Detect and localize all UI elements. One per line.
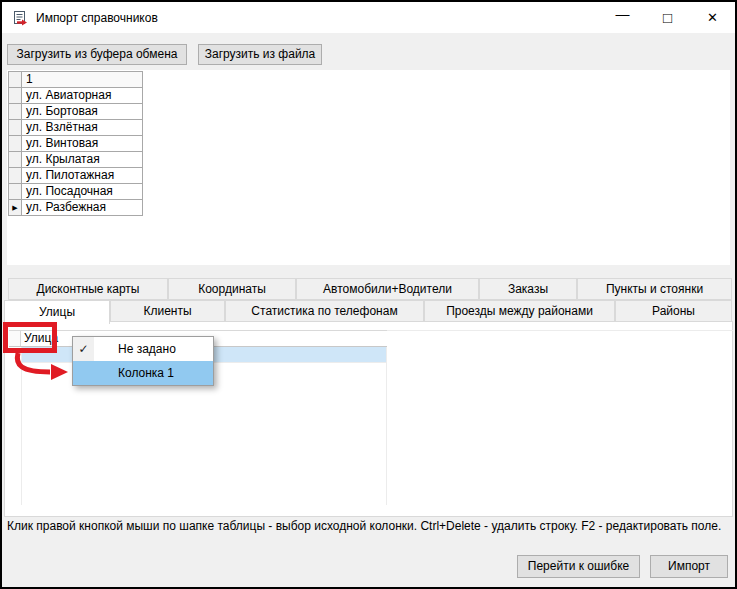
tab-cars-drivers[interactable]: Автомобили+Водители <box>296 278 479 300</box>
row-selector[interactable] <box>9 136 22 152</box>
import-button[interactable]: Импорт <box>650 555 728 578</box>
tab-phone-statistics[interactable]: Статистика по телефонам <box>225 300 424 322</box>
row-selector[interactable] <box>9 152 22 168</box>
tab-district-transits[interactable]: Проезды между районами <box>424 300 615 322</box>
mapping-grid-corner[interactable] <box>9 331 21 346</box>
street-cell[interactable]: ул. Авиаторная <box>22 88 143 104</box>
goto-error-button[interactable]: Перейти к ошибке <box>517 555 640 578</box>
row-selector[interactable] <box>9 88 22 104</box>
hint-text: Клик правой кнопкой мыши по шапке таблиц… <box>7 519 733 533</box>
tab-points-parking[interactable]: Пункты и стоянки <box>577 278 732 300</box>
street-cell[interactable]: ул. Взлётная <box>22 120 143 136</box>
menu-gutter: ✓ <box>73 337 94 361</box>
column-context-menu: ✓ Не задано Колонка 1 <box>72 336 214 386</box>
grid-column-separator <box>386 347 387 505</box>
close-button[interactable]: ✕ <box>690 2 735 33</box>
row-selector[interactable] <box>9 120 22 136</box>
tab-clients[interactable]: Клиенты <box>110 300 225 322</box>
row-selector[interactable] <box>9 104 22 120</box>
tab-orders[interactable]: Заказы <box>479 278 577 300</box>
grid-top-line <box>387 330 733 331</box>
street-cell[interactable]: ул. Бортовая <box>22 104 143 120</box>
tab-streets[interactable]: Улицы <box>4 300 110 324</box>
street-cell[interactable]: ул. Винтовая <box>22 136 143 152</box>
table-row: ул. Взлётная <box>9 120 143 136</box>
maximize-button[interactable]: □ <box>645 2 690 33</box>
row-selector-current[interactable]: ▶ <box>9 200 22 216</box>
app-icon <box>12 10 28 26</box>
title-bar[interactable]: Импорт справочников — □ ✕ <box>2 2 735 33</box>
menu-item-not-set[interactable]: ✓ Не задано <box>73 337 213 361</box>
source-table-header-row: 1 <box>9 72 143 88</box>
table-row: ул. Авиаторная <box>9 88 143 104</box>
load-from-file-button[interactable]: Загрузить из файла <box>198 44 322 65</box>
source-column-header[interactable]: 1 <box>22 72 143 88</box>
row-selector[interactable] <box>9 168 22 184</box>
table-row: ул. Пилотажная <box>9 168 143 184</box>
row-marker-icon: ▶ <box>12 204 17 212</box>
corner-cell[interactable] <box>9 72 22 88</box>
table-row: ул. Винтовая <box>9 136 143 152</box>
source-data-panel: 1 ул. Авиаторная ул. Бортовая ул. Взлётн… <box>7 70 730 265</box>
check-icon: ✓ <box>78 342 88 356</box>
table-row: ▶ ул. Разбежная <box>9 200 143 216</box>
menu-gutter <box>73 361 94 385</box>
street-cell[interactable]: ул. Пилотажная <box>22 168 143 184</box>
tab-discount-cards[interactable]: Дисконтные карты <box>8 278 168 300</box>
table-row: ул. Бортовая <box>9 104 143 120</box>
street-cell[interactable]: ул. Крылатая <box>22 152 143 168</box>
tab-districts[interactable]: Районы <box>615 300 732 322</box>
street-cell[interactable]: ул. Посадочная <box>22 184 143 200</box>
minimize-button[interactable]: — <box>600 0 645 29</box>
table-row: ул. Крылатая <box>9 152 143 168</box>
source-table: 1 ул. Авиаторная ул. Бортовая ул. Взлётн… <box>8 71 143 216</box>
grid-row-header-separator <box>21 347 22 505</box>
street-cell[interactable]: ул. Разбежная <box>22 200 143 216</box>
window-title: Импорт справочников <box>36 11 158 25</box>
import-dialog-window: Импорт справочников — □ ✕ Загрузить из б… <box>0 0 737 589</box>
load-from-clipboard-button[interactable]: Загрузить из буфера обмена <box>7 44 187 65</box>
table-row: ул. Посадочная <box>9 184 143 200</box>
menu-item-column-1[interactable]: Колонка 1 <box>73 361 213 385</box>
tab-coordinates[interactable]: Координаты <box>168 278 296 300</box>
row-selector[interactable] <box>9 184 22 200</box>
